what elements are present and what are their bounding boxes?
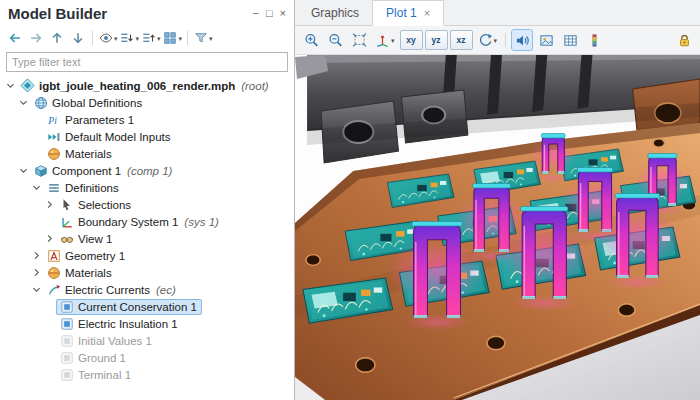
- tree-item[interactable]: Geometry 1: [0, 247, 294, 264]
- forward-button[interactable]: [26, 28, 45, 48]
- feature-off-icon: [59, 350, 74, 365]
- tree-item[interactable]: Default Model Inputs: [0, 128, 294, 145]
- expander-expanded-icon[interactable]: [30, 183, 43, 192]
- tree-item[interactable]: Materials: [0, 145, 294, 162]
- rotate-view-button[interactable]: ▾: [475, 29, 501, 51]
- tree-item[interactable]: Electric Currents(ec): [0, 281, 294, 298]
- expander-expanded-icon[interactable]: [30, 285, 43, 294]
- tree-item[interactable]: Electric Insulation 1: [0, 315, 294, 332]
- expander-collapsed-icon[interactable]: [43, 234, 56, 243]
- tree-item[interactable]: Materials: [0, 264, 294, 281]
- expander-collapsed-icon[interactable]: [43, 200, 56, 209]
- move-up-button[interactable]: [47, 28, 66, 48]
- tab-graphics[interactable]: Graphics: [298, 0, 372, 25]
- model-builder-panel: Model Builder −□× ▾▾▾▾▾ igbt_joule_heati…: [0, 0, 295, 400]
- move-down-button[interactable]: [68, 28, 87, 48]
- tree-item-label: Materials: [65, 148, 112, 160]
- filter-button[interactable]: ▾: [193, 28, 213, 48]
- speaker-icon: [515, 33, 530, 48]
- tree-item-content: Default Model Inputs: [43, 129, 175, 145]
- tree-item[interactable]: igbt_joule_heating_006_render.mph(root): [0, 77, 294, 94]
- close-tab-icon[interactable]: ×: [424, 7, 430, 19]
- tree-item[interactable]: Boundary System 1(sys 1): [0, 213, 294, 230]
- tree-item-content: Electric Currents(ec): [43, 282, 181, 298]
- tree-item-content: Component 1(comp 1): [30, 163, 177, 179]
- tree-item[interactable]: PiParameters 1: [0, 111, 294, 128]
- expander-expanded-icon[interactable]: [4, 81, 17, 90]
- component-icon: [33, 163, 48, 178]
- tree-item[interactable]: Terminal 1: [0, 366, 294, 383]
- tree-item[interactable]: View 1: [0, 230, 294, 247]
- expander-expanded-icon[interactable]: [17, 98, 30, 107]
- legend-icon: [587, 33, 602, 48]
- model-tree: igbt_joule_heating_006_render.mph(root)G…: [0, 76, 294, 400]
- tree-item-content: Definitions: [43, 180, 124, 196]
- tree-item[interactable]: Global Definitions: [0, 94, 294, 111]
- funnel-icon: [193, 31, 208, 46]
- tree-item-label: Global Definitions: [52, 97, 142, 109]
- zoom-out-icon: [328, 33, 343, 48]
- sound-button[interactable]: [511, 29, 533, 51]
- default-view-button[interactable]: ▾: [372, 29, 398, 51]
- 3d-render-igbt-module[interactable]: [295, 55, 700, 400]
- tree-item[interactable]: Definitions: [0, 179, 294, 196]
- dropdown-caret-icon: ▾: [209, 35, 213, 42]
- graphics-tab-bar: GraphicsPlot 1×: [295, 0, 700, 26]
- eye-icon: [98, 31, 113, 46]
- tree-item-label: Electric Currents: [65, 284, 150, 296]
- tree-item[interactable]: Ground 1: [0, 349, 294, 366]
- close-button[interactable]: ×: [280, 8, 286, 19]
- expander-collapsed-icon[interactable]: [30, 251, 43, 260]
- tree-item-content: Geometry 1: [43, 248, 130, 264]
- show-button[interactable]: ▾: [98, 28, 118, 48]
- tree-item-content: Terminal 1: [56, 367, 136, 383]
- selections-icon: [59, 197, 74, 212]
- model-tree-nodes-button[interactable]: ▾: [163, 28, 183, 48]
- rotate-icon: [478, 33, 493, 48]
- tree-item-label: Parameters 1: [65, 114, 134, 126]
- tree-item-label: Geometry 1: [65, 250, 125, 262]
- svg-text:Pi: Pi: [47, 114, 57, 125]
- tree-item-label: Initial Values 1: [78, 335, 152, 347]
- tree-item[interactable]: Current Conservation 1: [0, 298, 294, 315]
- graphics-viewport: [295, 55, 700, 400]
- tab-label: Graphics: [311, 6, 359, 20]
- tree-item-label: Electric Insulation 1: [78, 318, 178, 330]
- float-button[interactable]: □: [266, 8, 273, 19]
- minimize-button[interactable]: −: [252, 8, 258, 19]
- view-xz-button[interactable]: xz: [450, 30, 473, 50]
- definitions-icon: [46, 180, 61, 195]
- tree-item-label: Component 1: [52, 165, 121, 177]
- model-builder-toolbar: ▾▾▾▾▾: [0, 26, 294, 50]
- tree-item[interactable]: Component 1(comp 1): [0, 162, 294, 179]
- expander-collapsed-icon[interactable]: [30, 268, 43, 277]
- parameters-icon: Pi: [46, 112, 61, 127]
- collapse-all-button[interactable]: ▾: [141, 28, 161, 48]
- table-grid-button[interactable]: [559, 29, 581, 51]
- tree-item-content: igbt_joule_heating_006_render.mph(root): [17, 78, 274, 94]
- tree-item[interactable]: Selections: [0, 196, 294, 213]
- grid-table-icon: [563, 33, 578, 48]
- expander-expanded-icon[interactable]: [17, 166, 30, 175]
- zoom-out-button[interactable]: [324, 29, 346, 51]
- model-builder-header: Model Builder −□×: [0, 0, 294, 26]
- color-legend-button[interactable]: [583, 29, 605, 51]
- expand-all-button[interactable]: ▾: [120, 28, 140, 48]
- tree-item-label: igbt_joule_heating_006_render.mph: [39, 80, 235, 92]
- tree-item-content: Global Definitions: [30, 95, 147, 111]
- view-yz-button[interactable]: yz: [425, 30, 448, 50]
- lock-button[interactable]: [673, 29, 695, 51]
- back-button[interactable]: [5, 28, 24, 48]
- lock-icon: [677, 33, 692, 48]
- graphics-toolbar: ▾xyyzxz▾: [295, 26, 700, 55]
- zoom-in-button[interactable]: [300, 29, 322, 51]
- filter-input[interactable]: [6, 52, 288, 72]
- tree-item[interactable]: Initial Values 1: [0, 332, 294, 349]
- tab-plot-1[interactable]: Plot 1×: [372, 0, 444, 26]
- view-xy-button[interactable]: xy: [400, 30, 423, 50]
- tree-item-content: PiParameters 1: [43, 112, 139, 128]
- zoom-extents-button[interactable]: [348, 29, 370, 51]
- dropdown-caret-icon: ▾: [391, 37, 395, 44]
- scene-image-button[interactable]: [535, 29, 557, 51]
- tree-item-label: Boundary System 1: [78, 216, 178, 228]
